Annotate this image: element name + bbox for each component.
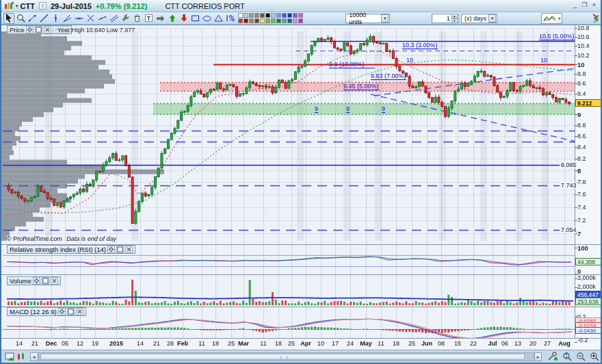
rectangle-tool-button[interactable] <box>189 13 200 24</box>
arrow-right-tool-button[interactable] <box>155 13 166 24</box>
color-swatch[interactable] <box>287 13 292 18</box>
interval-unit-select[interactable]: (x) days ▼ <box>461 14 497 23</box>
horizontal-line-icon <box>74 13 83 23</box>
segment-tool-button[interactable] <box>27 13 38 24</box>
color-swatch[interactable] <box>260 13 265 18</box>
info-icon[interactable]: i <box>39 2 47 10</box>
triangle-icon <box>213 13 223 23</box>
color-swatch[interactable] <box>249 13 254 18</box>
app-icon <box>4 1 14 10</box>
chevron-down-icon[interactable]: ▾ <box>558 16 560 21</box>
horizontal-line-tool-button[interactable] <box>73 13 84 24</box>
dynamic-data-icon[interactable] <box>591 14 599 23</box>
instrument-name: CTT CORREIOS PORT <box>165 2 244 10</box>
color-swatch[interactable] <box>298 13 303 18</box>
color-swatch[interactable] <box>265 18 270 23</box>
color-swatch[interactable] <box>282 18 287 23</box>
color-swatch[interactable] <box>260 18 265 23</box>
scroll-left-icon: ◂ <box>33 354 36 359</box>
color-swatch[interactable] <box>244 13 248 18</box>
minimize-icon[interactable]: _ <box>571 1 579 9</box>
settings-wrench-tool-button[interactable] <box>120 13 131 24</box>
color-swatch[interactable] <box>244 18 248 23</box>
trash-icon <box>132 13 142 23</box>
trend-fan-tool-button[interactable] <box>62 13 73 24</box>
color-swatch[interactable] <box>276 13 281 18</box>
fibonacci-percent-tool-button[interactable] <box>224 13 235 24</box>
bottom-scrollbar: ◂ ▸ <box>1 350 601 363</box>
chart-export-icon[interactable] <box>5 352 15 361</box>
chart-settings-icon[interactable] <box>547 352 558 361</box>
color-swatch[interactable] <box>238 13 243 18</box>
vertical-line-tool-button[interactable] <box>50 13 61 24</box>
chart-style-button[interactable]: ▾ <box>541 13 562 24</box>
zoom-tool-button[interactable] <box>15 13 26 24</box>
scroll-left-button[interactable]: ◂ <box>30 352 38 361</box>
prorealtime-window: ▾ CTT i 29-Jul-2015 +0.79% (9.212) CTT C… <box>0 0 602 364</box>
vertical-line-icon <box>51 13 60 23</box>
ellipse-tool-button[interactable] <box>201 13 212 24</box>
cursor-tool-button[interactable] <box>3 13 14 24</box>
color-swatch[interactable] <box>254 13 259 18</box>
scroll-right-button[interactable]: ▸ <box>534 352 542 361</box>
color-swatch[interactable] <box>298 18 303 23</box>
color-swatch[interactable] <box>271 18 276 23</box>
symbol-dropdown-icon[interactable]: ▾ <box>16 3 18 9</box>
zoom-in-icon[interactable] <box>589 352 601 361</box>
line-tool-button[interactable] <box>38 13 49 24</box>
text-note-tool-button[interactable] <box>143 13 154 24</box>
symbol-label[interactable]: CTT <box>21 2 35 10</box>
chevron-down-icon[interactable]: ▼ <box>488 14 496 23</box>
color-swatch[interactable] <box>293 18 298 23</box>
cross-tool-icon <box>86 13 95 23</box>
drawing-toolbar: 10000 units ▼ 1 ▲ ▼ (x) days ▼ ▾ <box>1 12 601 25</box>
color-swatch[interactable] <box>293 13 298 18</box>
trend-fan-icon <box>62 13 72 23</box>
chevron-down-icon[interactable]: ▼ <box>381 14 389 23</box>
trash-tool-button[interactable] <box>131 13 142 24</box>
fibonacci-percent-icon <box>225 13 235 23</box>
parallel-lines-tool-button[interactable] <box>108 13 119 24</box>
arrow-down-tool-button[interactable] <box>178 13 189 24</box>
color-swatch[interactable] <box>265 13 270 18</box>
chart-canvas[interactable] <box>1 25 602 350</box>
chart-style-icon <box>543 14 557 23</box>
parallel-lines-icon <box>109 13 118 23</box>
cross-tool-tool-button[interactable] <box>85 13 96 24</box>
color-swatch[interactable] <box>254 18 259 23</box>
units-value: 10000 units <box>349 12 379 25</box>
price-marker-icon <box>97 13 107 23</box>
color-swatch[interactable] <box>276 18 281 23</box>
rectangle-icon <box>190 13 200 23</box>
price-marker-tool-button[interactable] <box>96 13 107 24</box>
color-swatch[interactable] <box>287 18 292 23</box>
segment-icon <box>27 13 37 23</box>
scrollbar-thumb[interactable] <box>40 354 525 360</box>
color-swatch[interactable] <box>282 13 287 18</box>
spin-up-icon[interactable]: ▲ <box>452 14 458 18</box>
color-swatch[interactable] <box>238 18 243 23</box>
triangle-tool-button[interactable] <box>213 13 224 24</box>
text-note-icon <box>144 13 153 23</box>
color-swatch[interactable] <box>249 18 254 23</box>
color-palette <box>238 13 303 23</box>
scrollbar-track[interactable] <box>38 352 534 361</box>
line-icon <box>39 13 49 23</box>
scrollbar-grip[interactable] <box>280 356 287 359</box>
interval-stepper[interactable]: 1 ▲ ▼ <box>432 14 459 23</box>
zoom-out-icon[interactable] <box>575 352 587 361</box>
candlestick-style-icon[interactable] <box>16 352 26 361</box>
arrow-down-icon <box>179 13 188 23</box>
units-select[interactable]: 10000 units ▼ <box>345 14 390 23</box>
zoom-window-icon[interactable] <box>562 352 573 361</box>
settings-wrench-icon <box>120 13 130 23</box>
scroll-right-icon: ▸ <box>537 354 540 359</box>
spin-down-icon[interactable]: ▼ <box>452 18 458 23</box>
restore-icon[interactable]: ❐ <box>581 1 588 9</box>
zoom-icon <box>16 13 25 23</box>
arrow-right-icon <box>155 13 165 23</box>
arrow-up-tool-button[interactable] <box>166 13 177 24</box>
quote-date: 29-Jul-2015 <box>51 2 92 10</box>
close-icon[interactable]: × <box>590 1 598 9</box>
color-swatch[interactable] <box>271 13 276 18</box>
